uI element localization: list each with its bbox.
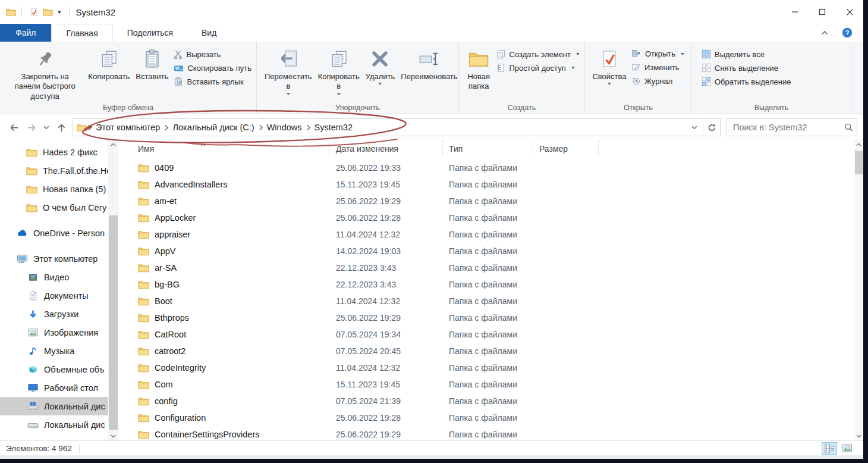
group-label-clipboard: Буфер обмена xyxy=(0,104,256,112)
file-row[interactable]: catroot207.05.2024 20:45Папка с файлами xyxy=(132,343,854,359)
copy-path-button[interactable]: Скопировать путь xyxy=(174,64,251,73)
scroll-up-button[interactable] xyxy=(854,139,863,149)
sidebar-item[interactable]: Видео xyxy=(0,268,108,286)
sidebar-item[interactable]: Загрузки xyxy=(0,305,108,323)
sidebar-item[interactable]: Hades 2 фикс xyxy=(0,143,108,161)
copy-button[interactable]: Копировать xyxy=(85,44,133,83)
breadcrumb-item[interactable]: Локальный диск (C:) xyxy=(169,123,257,132)
file-name: am-et xyxy=(132,196,330,206)
copy-to-button[interactable]: Копировать в xyxy=(315,44,363,96)
file-row[interactable]: Com15.11.2023 19:45Папка с файлами xyxy=(132,376,854,393)
sidebar-item[interactable]: Локальный дис xyxy=(0,397,108,415)
paste-button[interactable]: Вставить xyxy=(133,44,171,83)
tab-home[interactable]: Главная xyxy=(51,24,112,42)
column-header-name[interactable]: Имя xyxy=(132,139,330,156)
column-header-date[interactable]: Дата изменения xyxy=(330,139,443,156)
sidebar-item[interactable]: The.Fall.of.the.Ho xyxy=(0,161,108,180)
sidebar-item[interactable]: Документы xyxy=(0,286,108,305)
collapse-ribbon-button[interactable] xyxy=(818,29,831,37)
file-row[interactable]: Boot11.04.2024 12:32Папка с файлами xyxy=(132,293,854,309)
file-row[interactable]: AppV14.02.2024 19:03Папка с файлами xyxy=(132,243,854,259)
forward-button[interactable] xyxy=(23,118,40,136)
invert-selection-button[interactable]: Обратить выделение xyxy=(702,77,791,86)
file-row[interactable]: ContainerSettingsProviders25.06.2022 19:… xyxy=(132,426,854,441)
rename-button[interactable]: Переименовать xyxy=(398,44,460,83)
open-button[interactable]: Открыть xyxy=(631,49,684,58)
sidebar-item[interactable]: Локальный дис xyxy=(0,415,108,434)
new-item-button[interactable]: Создать элемент xyxy=(496,49,580,59)
properties-button[interactable]: Свойства xyxy=(590,44,629,86)
scroll-down-button[interactable] xyxy=(108,431,118,441)
thumbnails-view-button[interactable] xyxy=(839,442,855,455)
file-row[interactable]: Bthprops25.06.2022 19:29Папка с файлами xyxy=(132,309,854,326)
back-button[interactable] xyxy=(5,118,23,136)
recent-locations-button[interactable] xyxy=(40,118,52,136)
paste-shortcut-button[interactable]: Вставить ярлык xyxy=(174,77,251,86)
list-scrollbar[interactable] xyxy=(854,139,863,441)
scrollbar-thumb[interactable] xyxy=(855,151,863,174)
file-row[interactable]: am-et25.06.2022 19:29Папка с файлами xyxy=(132,193,854,209)
file-row[interactable]: 040925.06.2022 19:33Папка с файлами xyxy=(132,159,854,176)
quick-access-properties-button[interactable] xyxy=(27,7,40,18)
file-row[interactable]: AdvancedInstallers15.11.2023 19:45Папка … xyxy=(132,176,854,193)
breadcrumb-item[interactable]: Windows xyxy=(263,123,306,132)
file-row[interactable]: bg-BG22.12.2023 3:43Папка с файлами xyxy=(132,276,854,293)
file-row[interactable]: AppLocker25.06.2022 19:28Папка с файлами xyxy=(132,209,854,226)
sidebar-item[interactable]: Этот компьютер xyxy=(0,249,108,268)
breadcrumb-item[interactable]: Этот компьютер xyxy=(92,123,163,132)
chevron-down-icon xyxy=(110,434,117,439)
details-view-icon xyxy=(825,444,835,453)
tab-file[interactable]: Файл xyxy=(0,24,51,42)
move-to-button[interactable]: Переместить в xyxy=(262,44,315,96)
file-row[interactable]: Configuration25.06.2022 19:28Папка с фай… xyxy=(132,409,854,426)
scroll-down-button[interactable] xyxy=(854,431,863,441)
paste-shortcut-icon xyxy=(174,77,183,86)
sidebar-item[interactable]: Новая папка (5) xyxy=(0,180,108,198)
sidebar-item[interactable]: Рабочий стол xyxy=(0,378,108,397)
file-row[interactable]: CodeIntegrity11.04.2024 12:32Папка с фай… xyxy=(132,359,854,376)
select-all-button[interactable]: Выделить все xyxy=(702,49,791,59)
cut-button[interactable]: Вырезать xyxy=(174,49,251,60)
search-input[interactable] xyxy=(733,123,844,132)
close-button[interactable] xyxy=(836,0,863,24)
sidebar-item-label: Hades 2 фикс xyxy=(43,148,98,157)
sidebar-item[interactable]: OneDrive - Person xyxy=(0,224,108,242)
column-header-type[interactable]: Тип xyxy=(443,139,533,156)
new-folder-button[interactable]: Новая папка xyxy=(464,44,494,93)
scroll-up-button[interactable] xyxy=(108,139,118,149)
help-button[interactable] xyxy=(839,26,855,39)
column-header-size[interactable]: Размер xyxy=(533,139,599,156)
sidebar-scrollbar[interactable] xyxy=(108,139,118,441)
minimize-button[interactable] xyxy=(781,0,809,24)
file-row[interactable]: appraiser11.04.2024 12:32Папка с файлами xyxy=(132,226,854,243)
file-row[interactable]: config07.05.2024 21:39Папка с файлами xyxy=(132,393,854,409)
up-button[interactable] xyxy=(52,118,70,136)
details-view-button[interactable] xyxy=(822,442,837,455)
breadcrumb[interactable]: Этот компьютерЛокальный диск (C:)Windows… xyxy=(73,118,721,136)
window-controls xyxy=(781,0,863,24)
file-row[interactable]: CatRoot07.05.2024 19:34Папка с файлами xyxy=(132,326,854,343)
tab-share[interactable]: Поделиться xyxy=(113,24,187,42)
breadcrumb-item[interactable]: System32 xyxy=(311,123,356,132)
file-name: AdvancedInstallers xyxy=(132,180,330,189)
pin-to-quick-access-button[interactable]: Закрепить на панели быстрого доступа xyxy=(5,44,85,102)
file-row[interactable]: ar-SA22.12.2023 3:43Папка с файлами xyxy=(132,259,854,276)
sidebar-item[interactable]: О чём был Сёгу xyxy=(0,198,108,217)
ribbon-group-clipboard: Закрепить на панели быстрого доступа Коп… xyxy=(0,42,257,114)
edit-button[interactable]: Изменить xyxy=(631,62,684,72)
quick-access-toolbar-dropdown[interactable]: ▾ xyxy=(55,7,64,17)
scrollbar-thumb[interactable] xyxy=(109,215,118,430)
sidebar-item[interactable]: Объемные объ xyxy=(0,360,108,378)
sidebar-item[interactable]: Музыка xyxy=(0,342,108,360)
tab-view[interactable]: Вид xyxy=(187,24,231,42)
easy-access-button[interactable]: Простой доступ xyxy=(496,63,580,73)
quick-access-folder-button[interactable] xyxy=(40,7,55,17)
select-none-button[interactable]: Снять выделение xyxy=(702,63,791,73)
refresh-button[interactable] xyxy=(703,119,720,136)
delete-button[interactable]: Удалить xyxy=(363,44,398,86)
address-dropdown-button[interactable] xyxy=(686,119,703,136)
history-button[interactable]: Журнал xyxy=(631,76,684,86)
search-icon[interactable] xyxy=(844,123,853,132)
sidebar-item[interactable]: Изображения xyxy=(0,323,108,342)
maximize-button[interactable] xyxy=(809,0,836,24)
